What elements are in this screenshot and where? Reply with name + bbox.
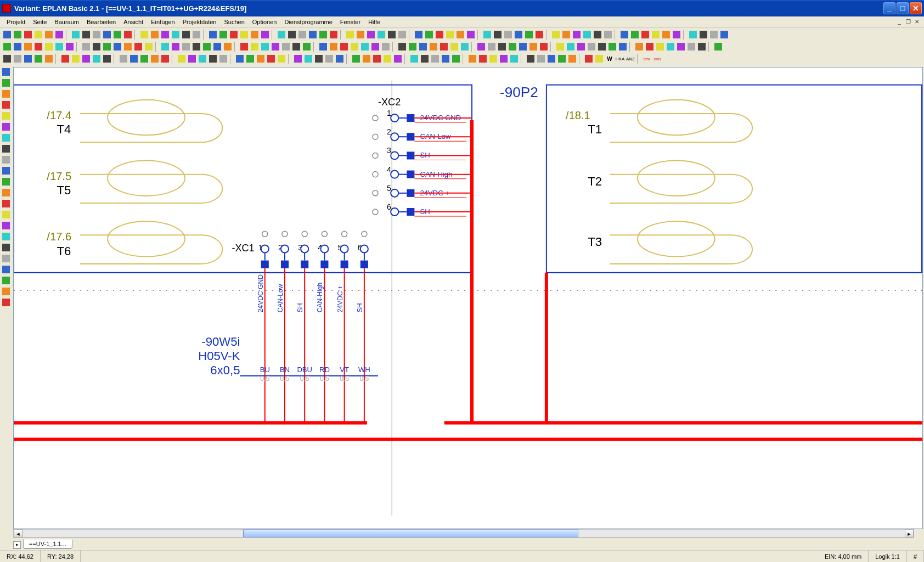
- toolbar-btn-r1-59[interactable]: [672, 30, 681, 40]
- minimize-button[interactable]: _: [883, 2, 895, 14]
- toolbar-btn-r2-8[interactable]: [92, 42, 102, 52]
- toolbar-btn-r3-36[interactable]: [420, 54, 430, 64]
- toolbar-btn-r2-52[interactable]: [587, 42, 596, 52]
- toolbar-btn-r2-27[interactable]: [302, 42, 312, 52]
- toolbar-btn-r3-49[interactable]: [567, 54, 577, 64]
- menu-ansicht[interactable]: Ansicht: [120, 18, 147, 26]
- toolbar-btn-r3-28[interactable]: [324, 54, 334, 64]
- toolbar-btn-r2-13[interactable]: [144, 42, 154, 52]
- maximize-button[interactable]: □: [897, 2, 909, 14]
- toolbar-btn-r3-15[interactable]: [177, 54, 187, 64]
- toolbar-btn-r1-55[interactable]: [630, 30, 640, 40]
- toolbar-btn-r2-17[interactable]: [191, 42, 201, 52]
- toolbar-btn-w[interactable]: W: [605, 54, 615, 64]
- toolbar-btn-r2-47[interactable]: [528, 42, 538, 52]
- toolbar-btn-r2-34[interactable]: [381, 42, 391, 52]
- toolbar-btn-r3-48[interactable]: [557, 54, 567, 64]
- toolbar-btn-r2-35[interactable]: [397, 42, 407, 52]
- mdi-minimize-button[interactable]: _: [895, 18, 903, 26]
- toolbar-btn-r2-38[interactable]: [429, 42, 438, 52]
- toolbar-btn-r1-33[interactable]: [376, 30, 386, 40]
- left-toolbar-btn-12[interactable]: [1, 199, 11, 209]
- toolbar-btn-r2-6[interactable]: [65, 42, 75, 52]
- toolbar-btn-r3-1[interactable]: [13, 54, 22, 64]
- toolbar-btn-r3-25[interactable]: [293, 54, 303, 64]
- toolbar-btn-hka[interactable]: HKA: [615, 54, 625, 64]
- toolbar-btn-r2-20[interactable]: [223, 42, 233, 52]
- toolbar-btn-r1-10[interactable]: [112, 30, 122, 40]
- toolbar-btn-r3-38[interactable]: [441, 54, 450, 64]
- toolbar-btn-r2-30[interactable]: [339, 42, 349, 52]
- toolbar-btn-r1-0[interactable]: [2, 30, 12, 40]
- toolbar-btn-r1-45[interactable]: [514, 30, 523, 40]
- toolbar-btn-r2-29[interactable]: [329, 42, 339, 52]
- toolbar-btn-r3-51[interactable]: [594, 54, 604, 64]
- toolbar-btn-r1-22[interactable]: [250, 30, 260, 40]
- toolbar-btn-r3-7[interactable]: [81, 54, 91, 64]
- toolbar-btn-r3-21[interactable]: [245, 54, 255, 64]
- toolbar-btn-r1-26[interactable]: [297, 30, 307, 40]
- toolbar-btn-r3-17[interactable]: [198, 54, 207, 64]
- left-toolbar-btn-4[interactable]: [1, 111, 11, 121]
- menu-projekt[interactable]: Projekt: [3, 18, 29, 26]
- toolbar-btn-r2-41[interactable]: [460, 42, 470, 52]
- toolbar-btn-r3-27[interactable]: [314, 54, 324, 64]
- toolbar-btn-r3-35[interactable]: [409, 54, 419, 64]
- toolbar-btn-r1-18[interactable]: [208, 30, 218, 40]
- toolbar-btn-r1-25[interactable]: [287, 30, 297, 40]
- toolbar-btn-r2-57[interactable]: [645, 42, 655, 52]
- toolbar-btn-r1-52[interactable]: [593, 30, 602, 40]
- scroll-right-button[interactable]: ►: [905, 530, 914, 537]
- toolbar-btn-r1-42[interactable]: [482, 30, 492, 40]
- toolbar-btn-r1-23[interactable]: [260, 30, 270, 40]
- menu-fenster[interactable]: Fenster: [337, 18, 364, 26]
- toolbar-btn-r2-24[interactable]: [271, 42, 280, 52]
- toolbar-btn-r1-5[interactable]: [54, 30, 64, 40]
- toolbar-btn-r2-25[interactable]: [281, 42, 291, 52]
- toolbar-btn-r3-19[interactable]: [218, 54, 228, 64]
- toolbar-btn-r1-37[interactable]: [424, 30, 434, 40]
- toolbar-btn-r3-46[interactable]: [536, 54, 546, 64]
- toolbar-btn-r1-60[interactable]: [688, 30, 698, 40]
- toolbar-btn-r1-50[interactable]: [572, 30, 582, 40]
- document-tab[interactable]: ==UV-1_1.1...: [23, 539, 72, 549]
- toolbar-btn-r1-4[interactable]: [44, 30, 54, 40]
- toolbar-btn-r1-49[interactable]: [561, 30, 571, 40]
- toolbar-btn-r1-61[interactable]: [698, 30, 708, 40]
- toolbar-btn-r2-46[interactable]: [518, 42, 528, 52]
- mdi-close-button[interactable]: ✕: [913, 18, 921, 26]
- toolbar-btn-r1-1[interactable]: [13, 30, 22, 40]
- toolbar-btn-r2-61[interactable]: [686, 42, 696, 52]
- toolbar-btn-r3-11[interactable]: [129, 54, 139, 64]
- toolbar-btn-r3-3[interactable]: [33, 54, 43, 64]
- scroll-track[interactable]: [22, 530, 905, 537]
- toolbar-btn-r3-24[interactable]: [277, 54, 286, 64]
- toolbar-btn-r2-32[interactable]: [360, 42, 370, 52]
- toolbar-btn-r1-29[interactable]: [329, 30, 339, 40]
- toolbar-btn-r3-20[interactable]: [235, 54, 245, 64]
- toolbar-btn-r2-44[interactable]: [497, 42, 507, 52]
- toolbar-btn-r3-33[interactable]: [382, 54, 392, 64]
- toolbar-btn-r1-51[interactable]: [582, 30, 592, 40]
- toolbar-btn-r1-57[interactable]: [651, 30, 661, 40]
- toolbar-btn-r1-3[interactable]: [33, 30, 43, 40]
- toolbar-btn-r2-36[interactable]: [408, 42, 418, 52]
- toolbar-btn-r1-62[interactable]: [709, 30, 719, 40]
- toolbar-btn-r2-54[interactable]: [607, 42, 617, 52]
- toolbar-btn-r3-39[interactable]: [451, 54, 461, 64]
- toolbar-btn-r1-58[interactable]: [661, 30, 671, 40]
- toolbar-btn-r3-42[interactable]: [488, 54, 498, 64]
- left-toolbar-btn-17[interactable]: [1, 254, 11, 263]
- left-toolbar-btn-5[interactable]: [1, 122, 11, 132]
- toolbar-btn-r2-39[interactable]: [439, 42, 449, 52]
- toolbar-btn-r2-26[interactable]: [291, 42, 301, 52]
- toolbar-btn-r1-7[interactable]: [81, 30, 91, 40]
- canvas[interactable]: -90P2 /17.4 T4 /17.5 T5 /17.6 T6 /18.1 T…: [13, 67, 923, 529]
- menu-bauraum[interactable]: Bauraum: [51, 18, 82, 26]
- toolbar-btn-emx[interactable]: emx: [642, 54, 652, 64]
- toolbar-btn-r3-26[interactable]: [303, 54, 313, 64]
- toolbar-btn-r1-14[interactable]: [160, 30, 170, 40]
- left-toolbar-btn-21[interactable]: [1, 297, 11, 307]
- toolbar-btn-r2-11[interactable]: [123, 42, 133, 52]
- toolbar-btn-r3-18[interactable]: [208, 54, 218, 64]
